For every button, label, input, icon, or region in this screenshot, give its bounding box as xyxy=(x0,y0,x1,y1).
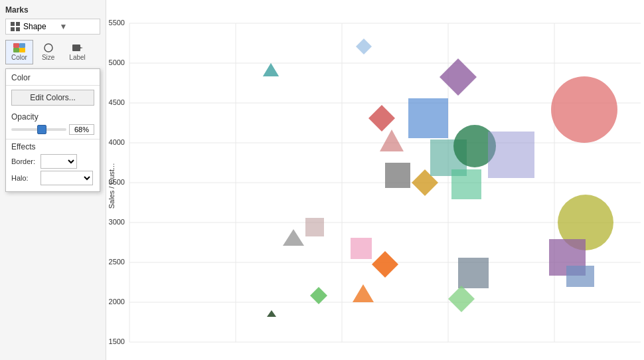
marks-icons-row: Color Size Label xyxy=(5,40,100,64)
border-select[interactable]: Solid xyxy=(40,154,77,169)
halo-row: Halo: Automatic xyxy=(11,171,94,185)
y-tick-5000: 5000 xyxy=(109,58,125,66)
shape-triangle-orange-1 xyxy=(353,284,374,302)
y-tick-4500: 4500 xyxy=(109,98,125,106)
shape-diamond-lightgreen-1 xyxy=(448,286,475,312)
color-label: Color xyxy=(11,54,27,61)
y-tick-1500: 1500 xyxy=(109,337,125,345)
shape-square-purple-1 xyxy=(488,132,534,178)
opacity-slider[interactable] xyxy=(11,128,66,131)
opacity-label: Opacity xyxy=(11,112,94,122)
chart-area: 5500 5000 4500 4000 3500 3000 2500 2000 … xyxy=(106,0,644,360)
shape-square-1 xyxy=(408,98,448,138)
shape-dot-green-1 xyxy=(267,310,276,317)
left-panel: Marks Shape ▼ xyxy=(0,0,106,360)
svg-marker-10 xyxy=(80,47,83,48)
shape-diamond-1 xyxy=(356,39,372,54)
shape-diamond-med-1 xyxy=(368,105,395,132)
shape-triangle-teal-1 xyxy=(263,63,279,76)
marks-title: Marks xyxy=(5,5,100,15)
svg-rect-6 xyxy=(13,48,19,52)
size-icon xyxy=(42,43,54,52)
shape-diamond-large-1 xyxy=(440,58,477,96)
border-row: Border: Solid xyxy=(11,154,94,169)
svg-rect-0 xyxy=(11,22,15,26)
svg-rect-2 xyxy=(11,27,15,31)
color-mark-button[interactable]: Color xyxy=(5,40,33,64)
dropdown-arrow-icon: ▼ xyxy=(60,22,96,31)
shape-diamond-orange-1 xyxy=(372,251,398,278)
label-mark-button[interactable]: Label xyxy=(63,40,91,64)
shape-icon xyxy=(10,21,21,32)
shape-square-gray-1 xyxy=(385,163,410,188)
svg-point-8 xyxy=(44,44,52,52)
svg-rect-4 xyxy=(13,43,19,48)
svg-rect-9 xyxy=(72,45,80,51)
shape-diamond-green-1 xyxy=(310,287,327,304)
y-tick-4000: 4000 xyxy=(109,138,125,146)
shape-rect-mauve-1 xyxy=(305,218,324,236)
halo-select[interactable]: Automatic xyxy=(40,171,93,185)
shape-triangle-pink-1 xyxy=(380,130,404,151)
scatter-chart: 5500 5000 4500 4000 3500 3000 2500 2000 … xyxy=(106,0,644,360)
opacity-row: 68% xyxy=(11,124,94,135)
shape-square-steel-1 xyxy=(566,266,594,287)
opacity-value-input[interactable]: 68% xyxy=(69,124,94,135)
shape-square-dark-1 xyxy=(458,258,489,288)
effects-section: Effects Border: Solid Halo: xyxy=(6,139,100,191)
label-icon xyxy=(72,43,84,52)
y-tick-3000: 3000 xyxy=(109,218,125,226)
marks-type-label: Shape xyxy=(23,22,60,31)
halo-label: Halo: xyxy=(11,174,40,182)
y-tick-2000: 2000 xyxy=(109,298,125,306)
color-popup-header: Color xyxy=(6,69,100,86)
shape-triangle-gray-1 xyxy=(283,229,304,246)
shape-square-teal-2 xyxy=(451,169,481,199)
size-label: Size xyxy=(42,54,54,61)
border-label: Border: xyxy=(11,157,40,165)
shape-square-pink-2 xyxy=(351,238,372,259)
effects-label: Effects xyxy=(11,142,94,151)
svg-rect-3 xyxy=(16,27,20,31)
svg-rect-7 xyxy=(19,48,25,52)
y-axis-title: Sales / Cust... xyxy=(108,163,116,209)
label-label: Label xyxy=(69,54,85,61)
opacity-section: Opacity 68% xyxy=(6,110,100,139)
marks-type-dropdown[interactable]: Shape ▼ xyxy=(5,19,100,35)
opacity-slider-thumb[interactable] xyxy=(37,125,46,134)
y-tick-2500: 2500 xyxy=(109,258,125,266)
size-mark-button[interactable]: Size xyxy=(36,40,60,64)
edit-colors-button[interactable]: Edit Colors... xyxy=(11,90,94,106)
y-tick-5500: 5500 xyxy=(109,19,125,27)
color-popup: Color Edit Colors... Opacity 68% Effects xyxy=(5,68,100,192)
marks-section: Marks Shape ▼ xyxy=(0,0,106,195)
svg-rect-1 xyxy=(16,22,20,26)
color-swatch-icon xyxy=(13,43,25,52)
svg-rect-5 xyxy=(19,43,25,48)
shape-circle-large-1 xyxy=(551,76,617,143)
